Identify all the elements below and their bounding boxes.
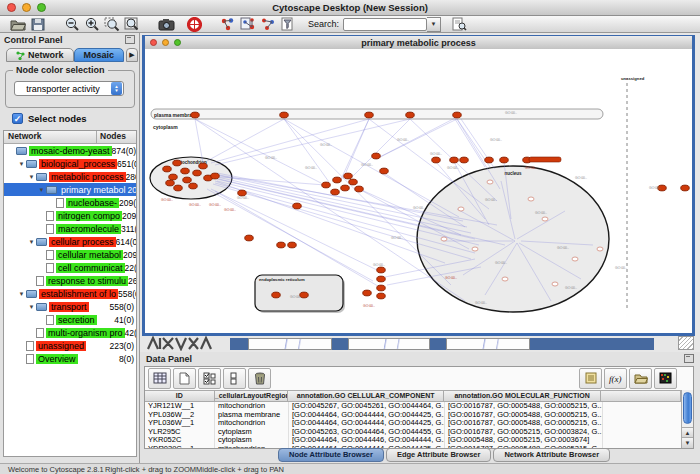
graph-node[interactable] (272, 292, 281, 298)
graph-node[interactable] (460, 157, 469, 163)
graph-node[interactable] (333, 177, 342, 183)
graph-node[interactable] (322, 182, 331, 188)
graph-open-node[interactable] (487, 180, 493, 184)
graph-node-strip[interactable] (529, 157, 561, 162)
search-dropdown-arrow[interactable]: ▼ (427, 17, 441, 32)
attribute-table-header[interactable]: ID_cellularLayoutRegionannotation.GO CEL… (145, 390, 681, 402)
graph-open-node[interactable] (597, 247, 603, 251)
graph-node[interactable] (181, 168, 190, 174)
graph-node[interactable] (211, 173, 220, 179)
scroll-down-button[interactable]: ▼ (682, 437, 693, 448)
graph-edge[interactable] (211, 189, 379, 271)
background-window-border[interactable] (530, 338, 654, 350)
graph-edge[interactable] (284, 119, 451, 285)
graph-node[interactable] (288, 242, 297, 248)
delete-attribute-icon[interactable] (248, 368, 271, 389)
tree-row[interactable]: ▼cellular process614(0) (4, 235, 136, 248)
background-window-sliver[interactable] (248, 338, 332, 350)
graph-open-node[interactable] (528, 197, 534, 201)
tab-network-attribute-browser[interactable]: Network Attribute Browser (493, 448, 610, 462)
tree-column-nodes[interactable]: Nodes (97, 131, 136, 143)
graph-open-node[interactable] (552, 282, 558, 286)
filter-icon[interactable] (278, 17, 298, 32)
tree-row[interactable]: secretion41(0) (4, 313, 136, 326)
column-header[interactable]: _cellularLayoutRegion (215, 391, 289, 401)
graph-node[interactable] (331, 189, 340, 195)
column-header[interactable] (601, 391, 681, 401)
background-window-sliver[interactable] (348, 338, 430, 350)
graph-node[interactable] (245, 235, 254, 241)
graph-node[interactable] (372, 153, 381, 159)
background-window-border[interactable] (230, 338, 248, 350)
graph-node[interactable] (377, 276, 386, 282)
tree-row[interactable]: cellular metabol209(0) (4, 248, 136, 261)
select-attributes-icon[interactable] (198, 368, 221, 389)
new-attribute-icon[interactable] (173, 368, 196, 389)
tree-row[interactable]: nitrogen compo209(0) (4, 209, 136, 222)
graph-node[interactable] (189, 183, 198, 189)
graph-open-node[interactable] (441, 237, 447, 241)
tree-column-network[interactable]: Network (4, 131, 97, 143)
tab-node-attribute-browser[interactable]: Node Attribute Browser (278, 448, 384, 462)
unselect-attributes-icon[interactable] (223, 368, 246, 389)
graph-open-node[interactable] (502, 277, 508, 281)
graph-open-node[interactable] (572, 257, 578, 261)
graph-node[interactable] (681, 185, 690, 191)
tree-row[interactable]: nucleobase-209(0) (4, 196, 136, 209)
table-row[interactable]: YLR295Ccytoplasm[GO:0045263, GO:0044464,… (145, 428, 681, 437)
tree-disclosure-icon[interactable]: ▼ (17, 291, 26, 297)
graph-node[interactable] (183, 177, 192, 183)
network-view-icon[interactable] (238, 17, 258, 32)
tree-row[interactable]: mosaic-demo-yeast874(0) (4, 144, 136, 157)
graph-node[interactable] (365, 112, 374, 118)
tree-row[interactable]: Overview8(0) (4, 352, 136, 365)
graph-edge[interactable] (217, 175, 467, 227)
network-window-titlebar[interactable]: primary metabolic process (145, 36, 692, 50)
zoom-in-icon[interactable] (82, 17, 102, 32)
float-panel-icon[interactable] (125, 35, 135, 44)
graph-node[interactable] (363, 290, 372, 296)
matrix-view-icon[interactable] (654, 368, 677, 389)
graph-node[interactable] (191, 112, 200, 118)
tree-disclosure-icon[interactable]: ▼ (17, 161, 26, 167)
graph-node[interactable] (450, 157, 459, 163)
table-row[interactable]: YPL036W__2plasma membrane[GO:0044464, GO… (145, 411, 681, 420)
table-row[interactable]: YPL036W__1mitochondrion[GO:0044464, GO:0… (145, 419, 681, 428)
tree-row[interactable]: response to stimulu264(0) (4, 274, 136, 287)
graph-node[interactable] (193, 170, 202, 176)
table-scrollbar[interactable]: ▲ ▼ (681, 390, 693, 448)
background-window-sliver[interactable] (446, 338, 530, 350)
graph-edge[interactable] (215, 119, 410, 165)
table-row[interactable]: YKR052Ccytoplasm[GO:0044464, GO:0044446,… (145, 436, 681, 445)
tree-row[interactable]: macromolecule311(0) (4, 222, 136, 235)
tree-row[interactable]: ▼primary metabol209(... (4, 183, 136, 196)
plasma-membrane-compartment[interactable] (151, 109, 603, 119)
attribute-editor-icon[interactable] (579, 368, 602, 389)
graph-node[interactable] (377, 285, 386, 291)
graph-node[interactable] (169, 174, 178, 180)
background-window-border[interactable] (430, 338, 446, 350)
zoom-out-icon[interactable] (62, 17, 82, 32)
column-header[interactable]: annotation.GO MOLECULAR_FUNCTION (444, 391, 601, 401)
graph-edge[interactable] (207, 119, 284, 161)
graph-open-node[interactable] (542, 217, 548, 221)
tree-row[interactable]: unassigned223(0) (4, 339, 136, 352)
formula-builder-icon[interactable]: f(x) (604, 368, 627, 389)
graph-node[interactable] (173, 160, 182, 166)
graph-node[interactable] (174, 185, 183, 191)
snapshot-camera-icon[interactable] (156, 17, 176, 32)
tree-row[interactable]: ▼metabolic process280(0) (4, 170, 136, 183)
graph-node[interactable] (380, 168, 389, 174)
vizmapper-icon[interactable] (218, 17, 238, 32)
background-window-border[interactable] (332, 338, 348, 350)
resize-grip[interactable] (678, 336, 694, 350)
graph-node[interactable] (293, 203, 302, 209)
network-edit-icon[interactable] (258, 17, 278, 32)
tree-disclosure-icon[interactable]: ▼ (27, 239, 36, 245)
graph-node[interactable] (349, 179, 358, 185)
column-header[interactable]: annotation.GO CELLULAR_COMPONENT (288, 391, 443, 401)
table-row[interactable]: YJR121W__1mitochondrion[GO:0045267, GO:0… (145, 402, 681, 411)
open-icon[interactable] (8, 17, 28, 32)
tree-row[interactable]: cell communicat22(0) (4, 261, 136, 274)
graph-node[interactable] (344, 173, 353, 179)
